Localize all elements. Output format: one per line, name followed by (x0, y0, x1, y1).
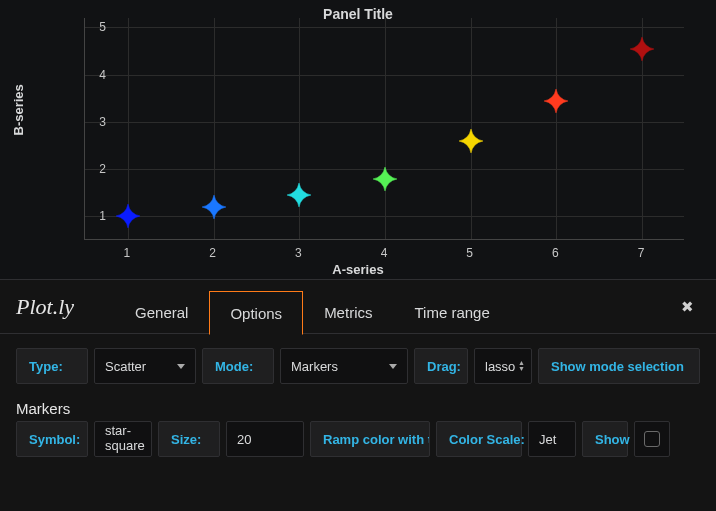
chart-marker[interactable] (544, 89, 568, 113)
chart-panel: Panel Title B-series A-series 1234512345… (0, 0, 716, 280)
drag-label: Drag: (414, 348, 468, 384)
colorscale-field[interactable]: Jet (528, 421, 576, 457)
tab-time-range[interactable]: Time range (393, 290, 510, 334)
options-form: Type: Scatter Mode: Markers Drag: lasso … (0, 334, 716, 457)
tab-options[interactable]: Options (209, 291, 303, 335)
symbol-field[interactable]: star-square (94, 421, 152, 457)
chart-marker[interactable] (630, 37, 654, 61)
plot-box[interactable] (84, 18, 684, 240)
chart-marker[interactable] (116, 204, 140, 228)
x-tick: 4 (381, 246, 388, 260)
panel-editor: Plot.ly General Options Metrics Time ran… (0, 280, 716, 511)
size-field[interactable] (226, 421, 304, 457)
y-tick: 5 (99, 20, 106, 34)
mode-select[interactable]: Markers (280, 348, 408, 384)
mode-select-value: Markers (291, 359, 338, 374)
drag-spin-icon: ▲▼ (518, 360, 525, 372)
colorscale-value: Jet (539, 432, 556, 447)
chart-xlabel: A-series (0, 262, 716, 277)
symbol-value: star-square (105, 424, 145, 454)
y-tick: 2 (99, 162, 106, 176)
tab-general[interactable]: General (114, 290, 209, 334)
y-tick: 3 (99, 115, 106, 129)
x-tick: 3 (295, 246, 302, 260)
row-type-mode-drag: Type: Scatter Mode: Markers Drag: lasso … (16, 348, 700, 384)
x-tick: 6 (552, 246, 559, 260)
editor-header: Plot.ly General Options Metrics Time ran… (0, 280, 716, 334)
x-tick: 7 (638, 246, 645, 260)
show-link[interactable]: Show (582, 421, 628, 457)
row-markers: Symbol: star-square Size: Ramp color wit… (16, 421, 700, 457)
x-tick: 5 (466, 246, 473, 260)
chart-marker[interactable] (202, 195, 226, 219)
markers-heading: Markers (16, 394, 700, 421)
x-tick: 1 (124, 246, 131, 260)
mode-label: Mode: (202, 348, 274, 384)
colorscale-label: Color Scale: (436, 421, 522, 457)
ramp-color-label: Ramp color with t (310, 421, 430, 457)
drag-select-value: lasso (485, 359, 515, 374)
show-mode-selection-link[interactable]: Show mode selection (538, 348, 700, 384)
tab-metrics[interactable]: Metrics (303, 290, 393, 334)
editor-tabs: General Options Metrics Time range (114, 280, 675, 333)
show-checkbox[interactable] (634, 421, 670, 457)
checkbox-box-icon (644, 431, 660, 447)
type-select-value: Scatter (105, 359, 146, 374)
drag-select[interactable]: lasso ▲▼ (474, 348, 532, 384)
symbol-label: Symbol: (16, 421, 88, 457)
plugin-title: Plot.ly (16, 294, 74, 320)
type-label: Type: (16, 348, 88, 384)
chart-marker[interactable] (287, 183, 311, 207)
size-label: Size: (158, 421, 220, 457)
y-tick: 4 (99, 68, 106, 82)
chart-ylabel: B-series (11, 84, 26, 135)
chart-marker[interactable] (459, 129, 483, 153)
size-input[interactable] (237, 432, 293, 447)
chart-marker[interactable] (373, 167, 397, 191)
type-select[interactable]: Scatter (94, 348, 196, 384)
x-tick: 2 (209, 246, 216, 260)
y-tick: 1 (99, 209, 106, 223)
close-icon[interactable]: ✖ (675, 292, 700, 322)
